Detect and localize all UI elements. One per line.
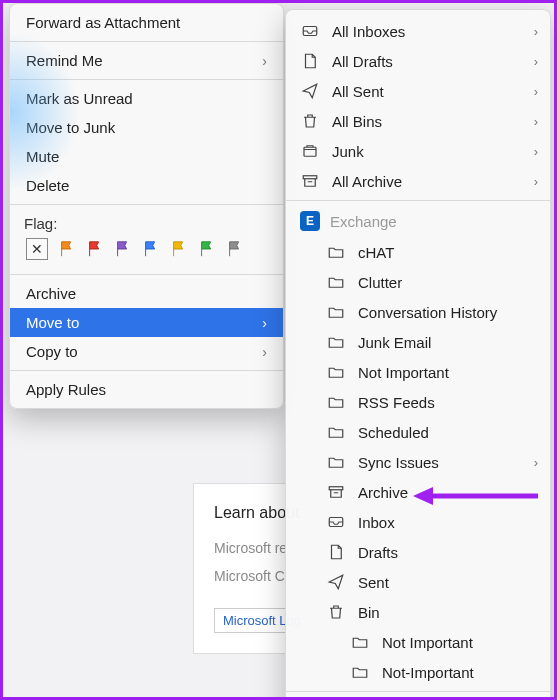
folder-label: Drafts [358,544,398,561]
flag-label: Flag: [24,215,269,232]
chevron-right-icon: › [262,344,267,360]
folder-scheduled[interactable]: Scheduled [286,417,550,447]
chevron-right-icon: › [534,455,538,470]
folder-archive[interactable]: Archive [286,477,550,507]
folder-icon [350,632,370,652]
folder-label: Sync Issues [358,454,439,471]
paper-plane-icon [326,572,346,592]
submenu-label: Junk [332,143,364,160]
junk-icon [300,141,320,161]
chevron-right-icon: › [534,144,538,159]
folder-label: Archive [358,484,408,501]
menu-label: Remind Me [26,52,103,69]
menu-copy-to[interactable]: Copy to › [10,337,283,366]
submenu-all-inboxes[interactable]: All Inboxes › [286,16,550,46]
trash-icon [300,111,320,131]
menu-label: Move to [26,314,79,331]
folder-not-important-nested[interactable]: Not Important [286,627,550,657]
menu-apply-rules[interactable]: Apply Rules [10,375,283,404]
folder-icon [326,362,346,382]
move-to-submenu: All Inboxes › All Drafts › All Sent › Al… [285,9,551,700]
flag-blue[interactable] [142,240,160,258]
menu-mute[interactable]: Mute [10,142,283,171]
folder-not-important-dash[interactable]: Not-Important [286,657,550,687]
menu-label: Move to Junk [26,119,115,136]
folder-not-important[interactable]: Not Important [286,357,550,387]
submenu-all-archive[interactable]: All Archive › [286,166,550,196]
chevron-right-icon: › [534,114,538,129]
folder-icon [326,332,346,352]
flag-gray[interactable] [226,240,244,258]
folder-label: Not Important [382,634,473,651]
document-icon [300,51,320,71]
account-exchange-header: E Exchange [286,205,550,237]
folder-label: Clutter [358,274,402,291]
folder-label: Bin [358,604,380,621]
menu-mark-unread[interactable]: Mark as Unread [10,84,283,113]
document-icon [326,542,346,562]
folder-clutter[interactable]: Clutter [286,267,550,297]
flag-purple[interactable] [114,240,132,258]
flag-section: Flag: ✕ [10,209,283,270]
separator [10,274,283,275]
flag-green[interactable] [198,240,216,258]
menu-label: Mark as Unread [26,90,133,107]
folder-icon [326,272,346,292]
submenu-label: All Drafts [332,53,393,70]
submenu-junk[interactable]: Junk › [286,136,550,166]
folder-label: Conversation History [358,304,497,321]
flag-clear-button[interactable]: ✕ [26,238,48,260]
chevron-right-icon: › [534,174,538,189]
svg-rect-2 [303,176,317,179]
menu-label: Archive [26,285,76,302]
folder-sync-issues[interactable]: Sync Issues › [286,447,550,477]
menu-label: Forward as Attachment [26,14,180,31]
context-menu: Forward as Attachment Remind Me › Mark a… [9,3,284,409]
trash-icon [326,602,346,622]
exchange-icon: E [300,211,320,231]
folder-label: Not-Important [382,664,474,681]
menu-label: Copy to [26,343,78,360]
folder-icon [326,452,346,472]
folder-label: RSS Feeds [358,394,435,411]
flag-red[interactable] [86,240,104,258]
svg-rect-3 [329,487,343,490]
folder-rss-feeds[interactable]: RSS Feeds [286,387,550,417]
account-label: Exchange [330,213,397,230]
submenu-all-drafts[interactable]: All Drafts › [286,46,550,76]
archive-icon [326,482,346,502]
submenu-all-sent[interactable]: All Sent › [286,76,550,106]
flag-color-row: ✕ [24,238,269,260]
folder-label: Inbox [358,514,395,531]
menu-move-junk[interactable]: Move to Junk [10,113,283,142]
menu-forward-attachment[interactable]: Forward as Attachment [10,8,283,37]
menu-archive[interactable]: Archive [10,279,283,308]
folder-chat[interactable]: cHAT [286,237,550,267]
folder-label: Not Important [358,364,449,381]
inbox-icon [326,512,346,532]
folder-junk-email[interactable]: Junk Email [286,327,550,357]
folder-icon [326,392,346,412]
folder-drafts[interactable]: Drafts [286,537,550,567]
menu-label: Delete [26,177,69,194]
menu-move-to[interactable]: Move to › [10,308,283,337]
menu-label: Mute [26,148,59,165]
folder-icon [326,242,346,262]
menu-delete[interactable]: Delete [10,171,283,200]
folder-conversation-history[interactable]: Conversation History [286,297,550,327]
folder-icon [326,422,346,442]
submenu-all-bins[interactable]: All Bins › [286,106,550,136]
flag-yellow[interactable] [170,240,188,258]
account-icloud[interactable]: iCloud › [286,696,550,700]
folder-label: Junk Email [358,334,431,351]
chevron-right-icon: › [534,24,538,39]
folder-label: Sent [358,574,389,591]
folder-inbox[interactable]: Inbox [286,507,550,537]
folder-sent[interactable]: Sent [286,567,550,597]
folder-icon [326,302,346,322]
paper-plane-icon [300,81,320,101]
folder-bin[interactable]: Bin [286,597,550,627]
flag-orange[interactable] [58,240,76,258]
submenu-label: All Sent [332,83,384,100]
menu-remind-me[interactable]: Remind Me › [10,46,283,75]
